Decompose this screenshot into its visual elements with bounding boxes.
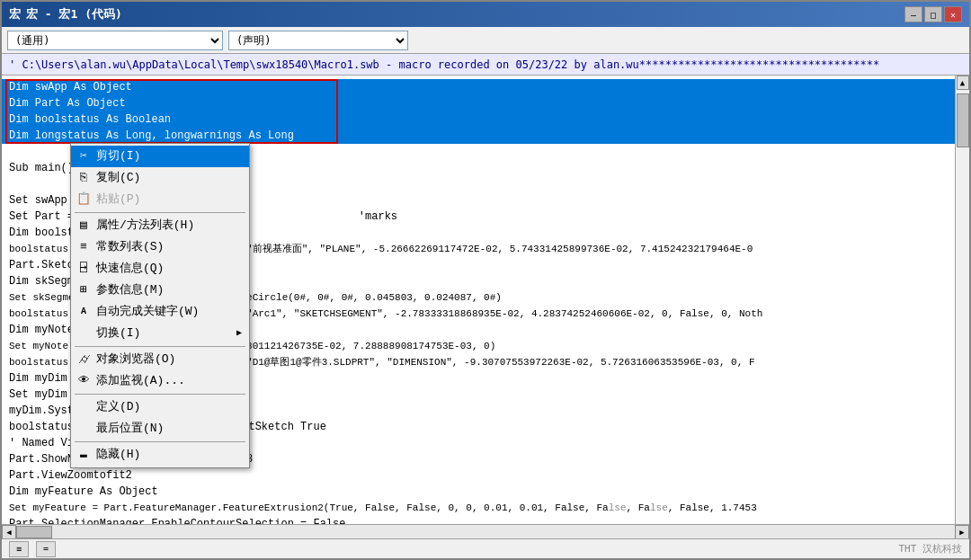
separator-2 — [75, 346, 245, 347]
watermark-text: THT 汉杭科技 — [899, 542, 963, 556]
obj-browser-icon: ⌭ — [75, 351, 93, 368]
menu-item-definition[interactable]: 定义(D) — [71, 396, 249, 418]
separator-1 — [75, 212, 245, 213]
member-list-label: 属性/方法列表(H) — [96, 218, 194, 234]
cut-icon: ✂ — [75, 148, 93, 164]
comment-bar: ' C:\Users\alan.wu\AppData\Local\Temp\sw… — [2, 54, 969, 76]
menu-item-cut[interactable]: ✂ 剪切(I) — [71, 146, 249, 167]
menu-item-quick-info[interactable]: ⍈ 快速信息(Q) — [71, 258, 249, 280]
title-bar-left: 宏 宏 - 宏1 (代码) — [9, 6, 122, 22]
title-bar: 宏 宏 - 宏1 (代码) — □ ✕ — [2, 2, 969, 27]
status-bar: ≡ = THT 汉杭科技 — [2, 538, 969, 558]
menu-item-member-list[interactable]: ▤ 属性/方法列表(H) — [71, 215, 249, 236]
menu-item-paste[interactable]: 📋 粘贴(P) — [71, 189, 249, 210]
member-list-icon: ▤ — [75, 218, 93, 234]
tab-button-2[interactable]: = — [36, 541, 56, 557]
menu-item-obj-browser[interactable]: ⌭ 对象浏览器(O) — [71, 349, 249, 370]
menu-item-toggle[interactable]: 切换(I) ▶ — [71, 323, 249, 344]
close-button[interactable]: ✕ — [944, 6, 962, 22]
code-line-1: Dim swApp As Object — [2, 79, 955, 95]
param-info-label: 参数信息(M) — [96, 282, 164, 298]
menu-item-add-watch[interactable]: 👁 添加监视(A)... — [71, 370, 249, 392]
main-area: Dim swApp As Object Dim Part As Object D… — [2, 76, 969, 524]
code-line-25: Part.ViewZoomtofit2 — [2, 467, 955, 484]
add-watch-icon: 👁 — [75, 373, 93, 389]
autocomplete-label: 自动完成关键字(W) — [96, 304, 199, 320]
horizontal-scrollbar-thumb[interactable] — [16, 526, 52, 538]
menu-item-param-info[interactable]: ⊞ 参数信息(M) — [71, 280, 249, 301]
definition-label: 定义(D) — [96, 399, 140, 415]
procedure-dropdown[interactable]: (声明) — [228, 31, 408, 50]
comment-text: ' C:\Users\alan.wu\AppData\Local\Temp\sw… — [9, 58, 639, 71]
hide-label: 隐藏(H) — [96, 447, 140, 463]
quick-info-label: 快速信息(Q) — [96, 261, 164, 277]
quick-info-icon: ⍈ — [75, 261, 93, 277]
vertical-scrollbar[interactable]: ▲ — [955, 76, 969, 524]
scroll-right-button[interactable]: ▶ — [955, 525, 969, 539]
cut-label: 剪切(I) — [96, 148, 140, 164]
hide-icon: ▬ — [75, 447, 93, 463]
separator-3 — [75, 394, 245, 395]
code-line-2: Dim Part As Object — [2, 95, 955, 111]
separator-4 — [75, 441, 245, 442]
copy-icon: ⎘ — [75, 170, 93, 186]
menu-item-copy[interactable]: ⎘ 复制(C) — [71, 167, 249, 189]
stars-text: ************************************* — [639, 58, 879, 71]
toggle-arrow: ▶ — [236, 325, 242, 342]
code-line-3: Dim boolstatus As Boolean — [2, 111, 955, 128]
last-pos-label: 最后位置(N) — [96, 421, 164, 437]
paste-label: 粘贴(P) — [96, 191, 140, 208]
restore-button[interactable]: □ — [924, 6, 942, 22]
toolbar: (通用) (声明) — [2, 27, 969, 54]
code-editor[interactable]: Dim swApp As Object Dim Part As Object D… — [2, 76, 955, 524]
const-list-label: 常数列表(S) — [96, 239, 164, 255]
menu-item-hide[interactable]: ▬ 隐藏(H) — [71, 444, 249, 466]
window-icon: 宏 — [9, 6, 21, 22]
minimize-button[interactable]: — — [904, 6, 922, 22]
param-info-icon: ⊞ — [75, 282, 93, 298]
toggle-label: 切换(I) — [96, 325, 140, 342]
scope-dropdown[interactable]: (通用) — [7, 31, 223, 50]
context-menu: ✂ 剪切(I) ⎘ 复制(C) 📋 粘贴(P) ▤ 属性/方法列表(H — [70, 143, 250, 468]
add-watch-label: 添加监视(A)... — [96, 373, 185, 389]
code-line-28: Part.SelectionManager.EnableContourSelec… — [2, 516, 955, 524]
code-line-4: Dim longstatus As Long, longwarnings As … — [2, 128, 955, 144]
code-line-26: Dim myFeature As Object — [2, 484, 955, 500]
menu-item-autocomplete[interactable]: A 自动完成关键字(W) — [71, 301, 249, 323]
code-line-27: Set myFeature = Part.FeatureManager.Feat… — [2, 500, 955, 516]
tab-button-1[interactable]: ≡ — [9, 541, 29, 557]
scrollbar-thumb[interactable] — [957, 93, 969, 147]
autocomplete-icon: A — [75, 304, 93, 320]
main-window: 宏 宏 - 宏1 (代码) — □ ✕ (通用) (声明) ' C:\Users… — [0, 0, 971, 560]
horizontal-scrollbar-track[interactable] — [16, 525, 955, 539]
menu-item-last-pos[interactable]: 最后位置(N) — [71, 418, 249, 440]
scroll-up-button[interactable]: ▲ — [957, 76, 969, 90]
copy-label: 复制(C) — [96, 170, 140, 186]
scroll-left-button[interactable]: ◀ — [2, 525, 16, 539]
menu-item-const-list[interactable]: ≡ 常数列表(S) — [71, 236, 249, 258]
horizontal-scrollbar-area: ◀ ▶ — [2, 524, 969, 538]
window-title: 宏 - 宏1 (代码) — [26, 6, 122, 22]
const-list-icon: ≡ — [75, 239, 93, 255]
paste-icon: 📋 — [75, 191, 93, 208]
title-bar-controls: — □ ✕ — [904, 6, 962, 22]
obj-browser-label: 对象浏览器(O) — [96, 351, 175, 368]
